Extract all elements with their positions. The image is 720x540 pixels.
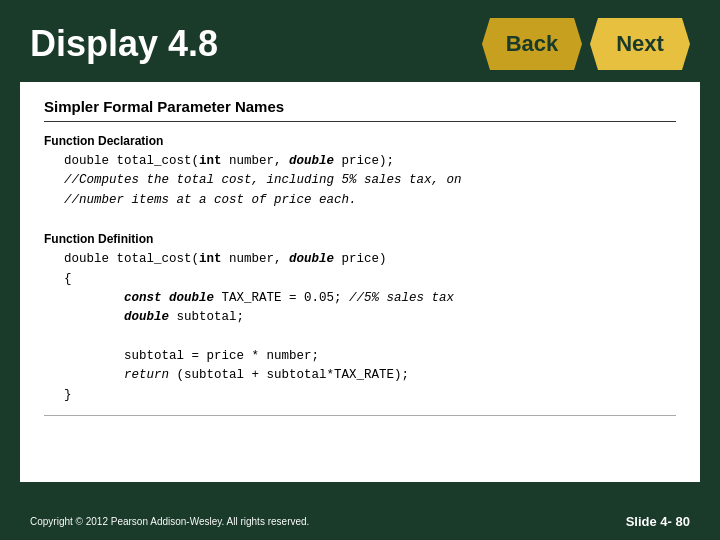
code-line-3: //number items at a cost of price each. [64,193,357,207]
back-button[interactable]: Back [482,18,582,70]
divider-bottom [44,415,676,416]
section1-label: Function Declaration [44,134,676,148]
code-line-9: return (subtotal + subtotal*TAX_RATE); [64,368,409,382]
next-button[interactable]: Next [590,18,690,70]
nav-buttons: Back Next [482,18,690,70]
code-line-10: } [64,388,72,402]
slide-title: Simpler Formal Parameter Names [44,98,676,122]
page-title: Display 4.8 [30,23,482,65]
code-line-7: double subtotal; [64,310,244,324]
code-line-8: subtotal = price * number; [64,349,319,363]
section2-label: Function Definition [44,232,676,246]
footer-copyright: Copyright © 2012 Pearson Addison-Wesley.… [30,516,309,527]
section1-code: double total_cost(int number, double pri… [64,152,676,210]
section2-code: double total_cost(int number, double pri… [64,250,676,405]
code-line-4: double total_cost(int number, double pri… [64,252,387,266]
code-line-1: double total_cost(int number, double pri… [64,154,394,168]
footer: Copyright © 2012 Pearson Addison-Wesley.… [0,502,720,540]
code-line-6: const double TAX_RATE = 0.05; //5% sales… [64,291,454,305]
code-line-5: { [64,272,72,286]
content-area: Simpler Formal Parameter Names Function … [20,82,700,482]
code-line-2: //Computes the total cost, including 5% … [64,173,462,187]
footer-slide-number: Slide 4- 80 [626,514,690,529]
header: Display 4.8 Back Next [0,0,720,82]
